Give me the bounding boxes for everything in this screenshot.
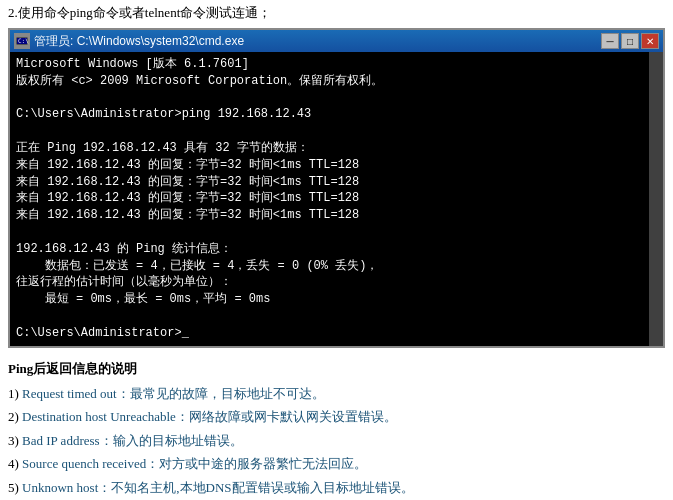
cmd-window: C:\ 管理员: C:\Windows\system32\cmd.exe ─ □… bbox=[8, 28, 665, 348]
cmd-line-7: 来自 192.168.12.43 的回复：字节=32 时间<1ms TTL=12… bbox=[16, 190, 657, 207]
cmd-title: 管理员: C:\Windows\system32\cmd.exe bbox=[34, 33, 244, 50]
cmd-title-left: C:\ 管理员: C:\Windows\system32\cmd.exe bbox=[14, 33, 244, 50]
cmd-line-5: 来自 192.168.12.43 的回复：字节=32 时间<1ms TTL=12… bbox=[16, 157, 657, 174]
cmd-icon: C:\ bbox=[14, 33, 30, 49]
cmd-scrollbar[interactable] bbox=[649, 52, 663, 346]
cmd-line-4: 正在 Ping 192.168.12.43 具有 32 字节的数据： bbox=[16, 140, 657, 157]
cmd-line-blank-4 bbox=[16, 308, 657, 325]
list-item: 5) Unknown host：不知名主机,本地DNS配置错误或输入目标地址错误… bbox=[8, 478, 665, 498]
cmd-line-2: 版权所有 <c> 2009 Microsoft Corporation。保留所有… bbox=[16, 73, 657, 90]
main-content: Ping后返回信息的说明 1) Request timed out：最常见的故障… bbox=[0, 356, 673, 500]
cmd-line-3: C:\Users\Administrator>ping 192.168.12.4… bbox=[16, 106, 657, 123]
minimize-button[interactable]: ─ bbox=[601, 33, 619, 49]
cmd-line-9: 192.168.12.43 的 Ping 统计信息： bbox=[16, 241, 657, 258]
svg-text:C:\: C:\ bbox=[18, 37, 29, 44]
cmd-line-8: 来自 192.168.12.43 的回复：字节=32 时间<1ms TTL=12… bbox=[16, 207, 657, 224]
cmd-line-12: 最短 = 0ms，最长 = 0ms，平均 = 0ms bbox=[16, 291, 657, 308]
cmd-line-13: C:\Users\Administrator>_ bbox=[16, 325, 657, 342]
list-item: 2) Destination host Unreachable：网络故障或网卡默… bbox=[8, 407, 665, 427]
cmd-controls: ─ □ ✕ bbox=[601, 33, 659, 49]
cmd-line-blank-3 bbox=[16, 224, 657, 241]
cmd-body: Microsoft Windows [版本 6.1.7601] 版权所有 <c>… bbox=[10, 52, 663, 346]
cmd-line-11: 往返行程的估计时间（以毫秒为单位）： bbox=[16, 274, 657, 291]
cmd-line-6: 来自 192.168.12.43 的回复：字节=32 时间<1ms TTL=12… bbox=[16, 174, 657, 191]
cmd-titlebar: C:\ 管理员: C:\Windows\system32\cmd.exe ─ □… bbox=[10, 30, 663, 52]
list-item: 4) Source quench received：对方或中途的服务器繁忙无法回… bbox=[8, 454, 665, 474]
cmd-line-1: Microsoft Windows [版本 6.1.7601] bbox=[16, 56, 657, 73]
section-title: Ping后返回信息的说明 bbox=[8, 360, 665, 378]
close-button[interactable]: ✕ bbox=[641, 33, 659, 49]
cmd-line-10: 数据包：已发送 = 4，已接收 = 4，丢失 = 0 (0% 丢失)， bbox=[16, 258, 657, 275]
maximize-button[interactable]: □ bbox=[621, 33, 639, 49]
list-item: 1) Request timed out：最常见的故障，目标地址不可达。 bbox=[8, 384, 665, 404]
cmd-line-blank-1 bbox=[16, 90, 657, 107]
cmd-line-blank-2 bbox=[16, 123, 657, 140]
list-item: 3) Bad IP address：输入的目标地址错误。 bbox=[8, 431, 665, 451]
top-instruction: 2.使用命令ping命令或者telnent命令测试连通； bbox=[0, 0, 673, 28]
